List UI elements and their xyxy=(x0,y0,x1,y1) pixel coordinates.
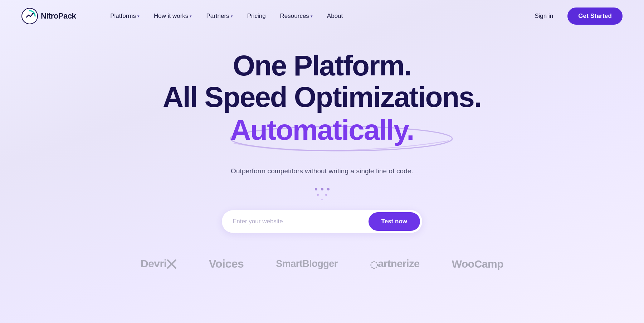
nav-links: Platforms ▾ How it works ▾ Partners ▾ Pr… xyxy=(104,10,529,23)
nav-about[interactable]: About xyxy=(321,10,348,23)
logo-text: NitroPack xyxy=(41,11,76,21)
chevron-down-icon: ▾ xyxy=(311,14,313,19)
hero-auto-wrapper: Automatically. xyxy=(230,114,414,146)
nav-right: Sign in Get Started xyxy=(529,8,623,25)
brand-voices: Voices xyxy=(209,257,244,270)
nav-resources[interactable]: Resources ▾ xyxy=(274,10,318,23)
brand-devrix: Devri xyxy=(141,258,177,270)
sign-in-link[interactable]: Sign in xyxy=(529,10,559,23)
brand-smartblogger: SmartBlogger xyxy=(276,258,338,269)
hero-subtitle: Outperform competitors without writing a… xyxy=(231,167,413,175)
brand-woocamp: WooCamp xyxy=(452,258,503,270)
dot-sm xyxy=(325,194,327,196)
chevron-down-icon: ▾ xyxy=(231,14,233,19)
nav-how-it-works[interactable]: How it works ▾ xyxy=(148,10,197,23)
logo[interactable]: NitroPack xyxy=(21,8,76,24)
chevron-down-icon: ▾ xyxy=(190,14,192,19)
nav-partners[interactable]: Partners ▾ xyxy=(200,10,238,23)
chevron-down-icon: ▾ xyxy=(137,14,140,19)
dot xyxy=(315,188,317,190)
dot-sm xyxy=(317,194,319,196)
brand-logos: Devri Voices SmartBlogger ◌artnerize Woo… xyxy=(0,257,644,285)
get-started-button[interactable]: Get Started xyxy=(567,8,623,25)
website-input[interactable] xyxy=(233,218,369,225)
scroll-indicator xyxy=(315,188,330,200)
nav-platforms[interactable]: Platforms ▾ xyxy=(104,10,145,23)
hero-line2: All Speed Optimizations. xyxy=(163,81,481,113)
brand-partnerize: ◌artnerize xyxy=(370,258,420,270)
test-now-button[interactable]: Test now xyxy=(369,212,420,231)
website-search-bar: Test now xyxy=(222,210,422,233)
svg-point-1 xyxy=(32,13,34,14)
navigation: NitroPack Platforms ▾ How it works ▾ Par… xyxy=(0,0,644,32)
nav-pricing[interactable]: Pricing xyxy=(241,10,272,23)
dot-xs xyxy=(321,199,323,200)
dot xyxy=(321,188,323,190)
hero-line3: Automatically. xyxy=(230,114,414,146)
hero-section: One Platform. All Speed Optimizations. A… xyxy=(0,32,644,233)
dot xyxy=(327,188,330,190)
hero-line1: One Platform. xyxy=(233,50,411,81)
